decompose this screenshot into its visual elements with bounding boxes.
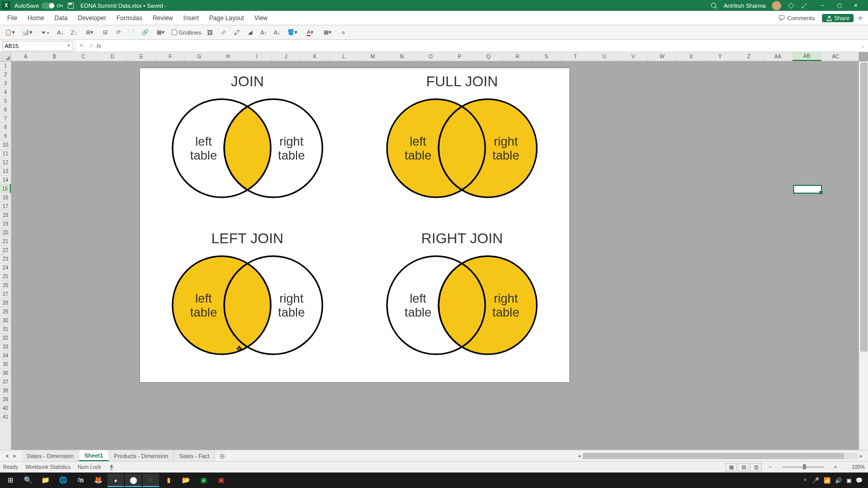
select-all-corner[interactable] xyxy=(0,52,11,61)
add-sheet-button[interactable]: ⊕ xyxy=(215,452,229,460)
column-header[interactable]: U xyxy=(590,52,619,61)
tool-group[interactable]: ⊞▾ xyxy=(83,28,96,37)
vertical-scrollbar[interactable] xyxy=(859,61,868,450)
row-header[interactable]: 6 xyxy=(0,105,11,114)
row-header[interactable]: 18 xyxy=(0,211,11,219)
tray-network-icon[interactable]: 📶 xyxy=(824,477,831,484)
search-icon[interactable] xyxy=(710,2,718,9)
ribbon-tab-home[interactable]: Home xyxy=(22,11,49,25)
column-header[interactable]: J xyxy=(272,52,301,61)
formula-enter-icon[interactable]: ✓ xyxy=(86,42,97,49)
taskbar-app-red[interactable]: ▣ xyxy=(213,474,229,487)
row-header[interactable]: 29 xyxy=(0,307,11,316)
zoom-slider-thumb[interactable] xyxy=(803,464,806,469)
pen-icon[interactable] xyxy=(801,2,808,9)
column-header[interactable]: AB xyxy=(793,52,822,61)
row-header[interactable]: 10 xyxy=(0,140,11,149)
row-header[interactable]: 24 xyxy=(0,263,11,272)
sheet-tab-sales[interactable]: Sales - Fact xyxy=(174,450,215,461)
view-page-break-button[interactable]: ▥ xyxy=(750,463,762,471)
taskbar-files[interactable]: 📁 xyxy=(37,474,54,487)
sheet-nav-prev[interactable]: ◄ xyxy=(3,453,10,459)
tool-sort-desc[interactable]: Z↓ xyxy=(69,28,79,37)
column-header[interactable]: V xyxy=(619,52,648,61)
formula-input[interactable] xyxy=(103,41,859,51)
row-header[interactable]: 8 xyxy=(0,123,11,132)
name-box-dropdown-icon[interactable]: ▼ xyxy=(67,43,71,48)
tool-freeze[interactable]: ▦▾ xyxy=(154,28,167,37)
row-header[interactable]: 34 xyxy=(0,351,11,360)
row-header[interactable]: 38 xyxy=(0,386,11,395)
row-header[interactable]: 28 xyxy=(0,298,11,307)
column-header[interactable]: L xyxy=(330,52,359,61)
row-header[interactable]: 39 xyxy=(0,395,11,404)
row-header[interactable]: 15 xyxy=(0,184,11,193)
row-header[interactable]: 3 xyxy=(0,79,11,88)
sheet-tab-dates[interactable]: Dates - Dimension xyxy=(22,450,79,461)
ribbon-tab-insert[interactable]: Insert xyxy=(178,11,204,25)
view-page-layout-button[interactable]: ▤ xyxy=(738,463,749,471)
sheet-tab-products[interactable]: Products - Dimension xyxy=(109,450,174,461)
grid-body[interactable]: JOIN left table right table FULL JOIN le… xyxy=(11,61,859,450)
taskbar-chrome[interactable]: ⬤ xyxy=(125,474,142,487)
row-header[interactable]: 35 xyxy=(0,360,11,369)
tool-fill-color[interactable]: 🪣▾ xyxy=(286,28,299,37)
taskbar-app-green[interactable]: ▣ xyxy=(195,474,212,487)
row-header[interactable]: 2 xyxy=(0,70,11,79)
row-header[interactable]: 4 xyxy=(0,88,11,97)
column-header[interactable]: G xyxy=(185,52,214,61)
ribbon-tab-file[interactable]: File xyxy=(2,11,22,25)
column-header[interactable]: I xyxy=(243,52,272,61)
tray-lang-icon[interactable]: ▣ xyxy=(846,477,851,484)
taskbar-excel[interactable]: X xyxy=(143,474,159,487)
zoom-in-button[interactable]: + xyxy=(834,464,837,470)
row-header[interactable]: 31 xyxy=(0,325,11,334)
row-header[interactable]: 22 xyxy=(0,246,11,255)
hscroll-thumb[interactable] xyxy=(583,453,844,459)
taskbar-store[interactable]: 🛍 xyxy=(72,474,89,487)
tool-calc[interactable]: 📄 xyxy=(127,28,136,37)
tray-chevron-icon[interactable]: ＾ xyxy=(802,477,808,484)
tool-font-decrease[interactable]: A↓ xyxy=(272,28,282,37)
tool-filter[interactable]: ⏷▾ xyxy=(38,28,52,37)
ribbon-options-icon[interactable] xyxy=(857,14,864,22)
autosave-switch[interactable] xyxy=(41,3,55,9)
row-header[interactable]: 26 xyxy=(0,281,11,290)
row-header[interactable]: 17 xyxy=(0,202,11,211)
row-header[interactable]: 12 xyxy=(0,158,11,167)
row-header[interactable]: 40 xyxy=(0,404,11,413)
share-button[interactable]: Share xyxy=(822,14,854,22)
hscroll-left[interactable]: ◄ xyxy=(576,453,583,459)
ribbon-tab-data[interactable]: Data xyxy=(49,11,72,25)
row-header[interactable]: 23 xyxy=(0,255,11,263)
comments-button[interactable]: Comments xyxy=(774,14,818,22)
sheet-tab-sheet1[interactable]: Sheet1 xyxy=(79,450,109,461)
tool-image[interactable]: 🖼 xyxy=(205,28,214,37)
row-header[interactable]: 33 xyxy=(0,342,11,351)
tray-volume-icon[interactable]: 🔊 xyxy=(835,477,842,484)
column-header[interactable]: M xyxy=(359,52,388,61)
taskbar-powerbi[interactable]: ▮ xyxy=(160,474,177,487)
tool-font-color[interactable]: A▾ xyxy=(303,28,317,37)
column-header[interactable]: D xyxy=(98,52,127,61)
zoom-slider[interactable] xyxy=(782,466,824,468)
column-header[interactable]: Y xyxy=(706,52,735,61)
tool-ungroup[interactable]: ⊟ xyxy=(100,28,110,37)
sheet-nav-next[interactable]: ► xyxy=(11,453,19,459)
ribbon-tab-pagelayout[interactable]: Page Layout xyxy=(204,11,249,25)
row-header[interactable]: 5 xyxy=(0,97,11,105)
active-cell[interactable] xyxy=(793,185,822,194)
column-header[interactable]: K xyxy=(301,52,330,61)
zoom-level[interactable]: 100% xyxy=(844,464,865,470)
save-icon[interactable] xyxy=(67,2,74,9)
zoom-out-button[interactable]: − xyxy=(769,464,772,470)
tool-sort-asc[interactable]: A↓ xyxy=(56,28,65,37)
tool-eraser[interactable]: ◢ xyxy=(245,28,255,37)
tool-font-increase[interactable]: A↑ xyxy=(259,28,268,37)
maximize-button[interactable]: ▢ xyxy=(831,0,847,11)
column-header[interactable]: X xyxy=(677,52,706,61)
column-header[interactable]: S xyxy=(532,52,561,61)
column-header[interactable]: N xyxy=(388,52,416,61)
row-header[interactable]: 21 xyxy=(0,237,11,246)
vertical-scroll-thumb[interactable] xyxy=(860,62,867,352)
